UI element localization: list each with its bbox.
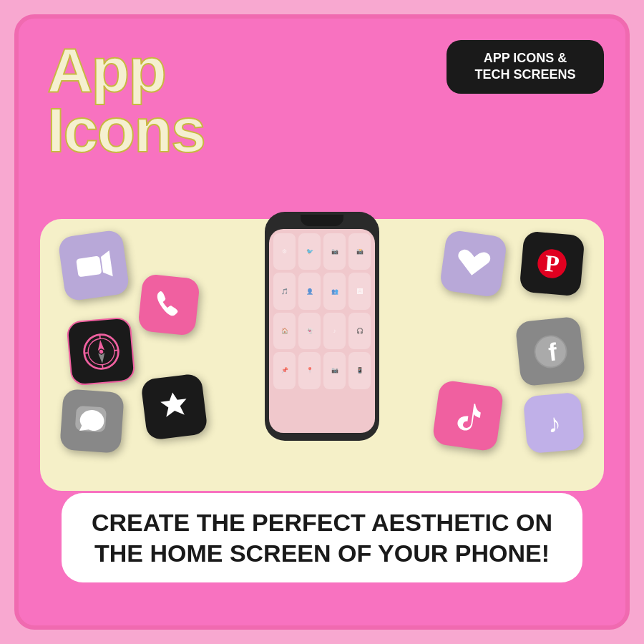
title-line2: Icons — [47, 100, 205, 160]
title-line1: App — [47, 40, 205, 100]
phone-icon: 📷 — [323, 233, 346, 270]
svg-rect-0 — [76, 255, 102, 277]
phone-notch — [301, 215, 343, 226]
phone-icon: 🅰 — [348, 273, 371, 309]
badge-text-line2: TECH SCREENS — [474, 67, 575, 82]
zoom-icon-app — [57, 229, 130, 302]
facebook-icon-app: f — [515, 316, 586, 387]
svg-marker-4 — [97, 339, 104, 350]
phone-icon: 🐦 — [298, 233, 321, 270]
music-icon-app: ♪ — [523, 392, 585, 454]
phone-icon: 📷 — [323, 352, 346, 389]
phone-screen: ⚙ 🐦 📷 📸 🎵 👤 👥 🅰 🏠 👻 ♪ 🎧 📌 📍 📷 📱 — [269, 229, 375, 433]
main-content: ⚙ 🐦 📷 📸 🎵 👤 👥 🅰 🏠 👻 ♪ 🎧 📌 📍 📷 📱 — [40, 219, 604, 604]
phone-icon: 📱 — [348, 352, 371, 389]
caption-text: CREATE THE PERFECT AESTHETIC ON THE HOME… — [83, 507, 561, 568]
pinterest-icon-app: P — [519, 230, 585, 296]
cream-box: ⚙ 🐦 📷 📸 🎵 👤 👥 🅰 🏠 👻 ♪ 🎧 📌 📍 📷 📱 — [40, 219, 604, 491]
phone-icon: 🎧 — [348, 313, 371, 349]
phone-icon: 📌 — [273, 352, 296, 389]
tiktok-icon-app — [431, 379, 504, 452]
caption-box: CREATE THE PERFECT AESTHETIC ON THE HOME… — [62, 493, 582, 582]
phone-icon: 🏠 — [273, 313, 296, 349]
svg-point-6 — [99, 349, 103, 353]
compass-icon-app — [66, 316, 136, 386]
whatsapp-icon-app — [59, 389, 125, 454]
title-section: App Icons — [47, 40, 205, 160]
svg-marker-1 — [99, 250, 112, 278]
phone-icon: 👻 — [298, 313, 321, 349]
svg-text:P: P — [544, 250, 560, 278]
svg-text:♪: ♪ — [546, 408, 562, 438]
svg-marker-5 — [98, 352, 105, 363]
phone-icon: 👥 — [323, 273, 346, 309]
main-card: App Icons APP ICONS & TECH SCREENS ⚙ 🐦 📷… — [14, 14, 630, 630]
phone-icon: ⚙ — [273, 233, 296, 270]
phone-icon: 👤 — [298, 273, 321, 309]
phone-call-icon-app — [137, 273, 200, 336]
phone-icon: ♪ — [323, 313, 346, 349]
badge: APP ICONS & TECH SCREENS — [447, 40, 604, 94]
phone-icon: 📍 — [298, 352, 321, 389]
phone-icon: 📸 — [348, 233, 371, 270]
appstore-icon-app — [140, 373, 208, 441]
phone-mockup: ⚙ 🐦 📷 📸 🎵 👤 👥 🅰 🏠 👻 ♪ 🎧 📌 📍 📷 📱 — [265, 212, 379, 441]
badge-text-line1: APP ICONS & — [484, 51, 567, 65]
heart-icon-app — [439, 229, 507, 298]
phone-icon: 🎵 — [273, 273, 296, 309]
